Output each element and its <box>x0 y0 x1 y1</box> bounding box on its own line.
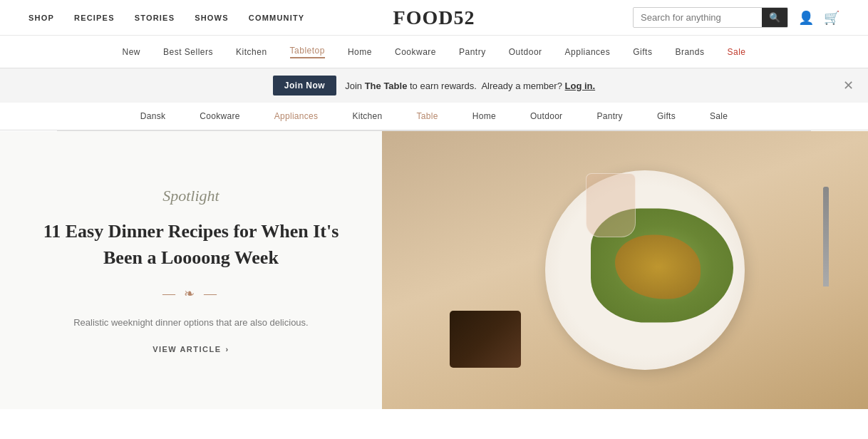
subcat-home[interactable]: Home <box>455 111 513 121</box>
nav-pantry[interactable]: Pantry <box>459 47 486 57</box>
subcat-gifts[interactable]: Gifts <box>640 111 693 121</box>
banner-text: Join The Table to earn rewards. Already … <box>345 81 595 91</box>
top-nav-links: SHOP RECIPES STORIES SHOWS COMMUNITY <box>29 14 304 22</box>
search-container: 🔍 <box>633 7 788 28</box>
secondary-navigation: New Best Sellers Kitchen Tabletop Home C… <box>0 36 868 68</box>
subcat-table[interactable]: Table <box>400 111 455 121</box>
plate-shape <box>545 170 745 370</box>
nav-community[interactable]: COMMUNITY <box>249 14 305 22</box>
glass-shape <box>586 173 636 237</box>
site-logo[interactable]: FOOD52 <box>393 6 475 29</box>
account-icon[interactable]: 👤 <box>798 10 814 26</box>
nav-appliances[interactable]: Appliances <box>565 47 611 57</box>
search-button[interactable]: 🔍 <box>762 8 787 27</box>
nav-gifts[interactable]: Gifts <box>633 47 652 57</box>
join-now-button[interactable]: Join Now <box>273 76 336 95</box>
subcat-dansk[interactable]: Dansk <box>123 111 183 121</box>
nav-new[interactable]: New <box>123 47 141 57</box>
spice-bowl-shape <box>450 311 521 368</box>
ornament-divider: — ❧ — <box>162 286 219 301</box>
subcat-appliances[interactable]: Appliances <box>257 111 336 121</box>
promo-banner: Join Now Join The Table to earn rewards.… <box>0 68 868 103</box>
cart-icon[interactable]: 🛒 <box>824 10 839 26</box>
spotlight-label: Spotlight <box>162 187 219 205</box>
top-navigation: SHOP RECIPES STORIES SHOWS COMMUNITY FOO… <box>0 0 868 36</box>
nav-sale[interactable]: Sale <box>727 47 745 57</box>
subcat-sale[interactable]: Sale <box>693 111 745 121</box>
nav-tabletop[interactable]: Tabletop <box>290 46 325 58</box>
view-article-button[interactable]: VIEW ARTICLE › <box>153 345 229 353</box>
subcat-outdoor[interactable]: Outdoor <box>513 111 579 121</box>
subcat-cookware[interactable]: Cookware <box>182 111 257 121</box>
login-link[interactable]: Log in. <box>565 81 596 91</box>
nav-stories[interactable]: STORIES <box>135 14 175 22</box>
nav-home[interactable]: Home <box>348 47 372 57</box>
hero-text-panel: Spotlight 11 Easy Dinner Recipes for Whe… <box>0 131 382 409</box>
nav-kitchen[interactable]: Kitchen <box>236 47 267 57</box>
nav-best-sellers[interactable]: Best Sellers <box>163 47 213 57</box>
nav-cookware[interactable]: Cookware <box>395 47 436 57</box>
subcat-kitchen[interactable]: Kitchen <box>335 111 399 121</box>
hero-section: Spotlight 11 Easy Dinner Recipes for Whe… <box>0 131 868 409</box>
nav-outdoor[interactable]: Outdoor <box>509 47 542 57</box>
hero-subtitle: Realistic weeknight dinner options that … <box>73 316 309 330</box>
nav-shop[interactable]: SHOP <box>29 14 54 22</box>
nav-shows[interactable]: SHOWS <box>195 14 229 22</box>
top-nav-right: 🔍 👤 🛒 <box>633 7 839 28</box>
fork-shape <box>823 187 829 286</box>
hero-title: 11 Easy Dinner Recipes for When It's Bee… <box>36 218 346 272</box>
subcat-pantry[interactable]: Pantry <box>579 111 639 121</box>
nav-brands[interactable]: Brands <box>675 47 704 57</box>
nav-recipes[interactable]: RECIPES <box>74 14 115 22</box>
banner-close-button[interactable]: ✕ <box>843 78 854 93</box>
hero-image-panel <box>382 131 868 409</box>
sub-category-navigation: Dansk Cookware Appliances Kitchen Table … <box>0 103 868 130</box>
search-input[interactable] <box>634 9 762 26</box>
